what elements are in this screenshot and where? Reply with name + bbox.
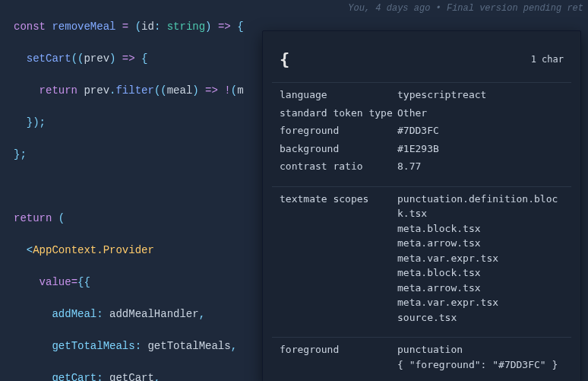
inspector-theme-rule: foreground punctuation { "foreground": "… — [263, 338, 580, 381]
inspector-scopes-label: textmate scopes — [280, 192, 397, 325]
inspector-fg-scope: punctuation — [397, 342, 564, 357]
inspector-token: { — [280, 46, 289, 71]
git-blame-annotation: You, 4 days ago • Final version pending … — [348, 2, 583, 15]
inspector-fg-label: foreground — [280, 342, 397, 372]
inspector-fg-rule: { "foreground": "#7DD3FC" } — [397, 357, 564, 373]
inspector-row-standard-token-type: standard token type Other — [280, 104, 564, 122]
inspector-scopes-list: punctuation.definition.block.tsx meta.bl… — [397, 192, 564, 325]
token-scope-inspector: { 1 char language typescriptreact standa… — [262, 30, 581, 381]
inspector-row-contrast-ratio: contrast ratio 8.77 — [280, 157, 564, 176]
inspector-char-count: 1 char — [531, 52, 564, 66]
inspector-row-foreground: foreground #7DD3FC — [280, 122, 564, 140]
inspector-metadata: language typescriptreact standard token … — [263, 83, 580, 186]
inspector-textmate-scopes: textmate scopes punctuation.definition.b… — [263, 187, 580, 338]
inspector-row-background: background #1E293B — [280, 140, 564, 158]
inspector-row-language: language typescriptreact — [280, 86, 564, 104]
